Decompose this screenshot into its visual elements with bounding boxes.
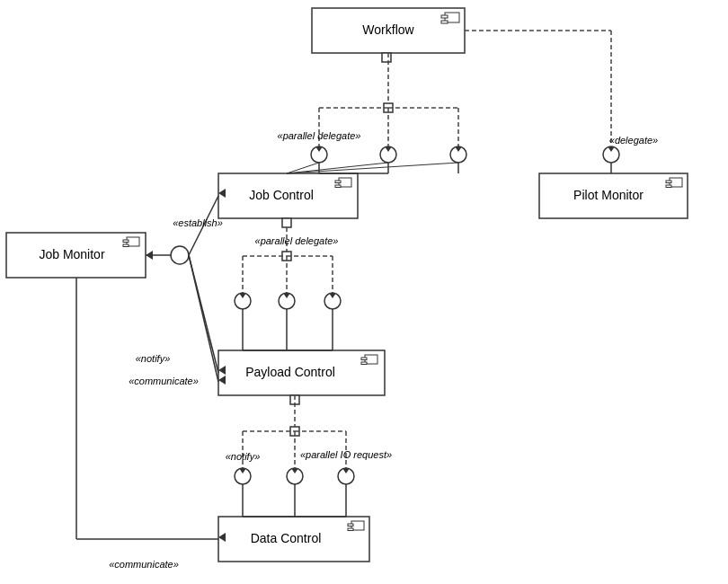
data-control-icon [348,528,353,531]
pilot-monitor-icon [666,181,671,183]
workflow-icon [441,21,448,23]
pilot-monitor-label: Pilot Monitor [573,188,644,202]
workflow-fork-node [382,53,391,62]
parallel-io-label: «parallel IO request» [300,449,392,460]
parallel-delegate-1-label: «parallel delegate» [278,130,361,141]
delegate-label: «delegate» [609,135,658,146]
uml-diagram: Workflow Job Control Pilot Monitor Job M… [0,0,728,584]
parallel-delegate-2-label: «parallel delegate» [255,235,339,246]
job-control-icon [335,185,341,188]
circle-to-pc-communicate [189,255,218,382]
payload-control-icon [361,358,367,360]
job-control-label: Job Control [249,188,314,202]
establish-label: «establish» [173,217,223,228]
data-control-label: Data Control [251,531,322,545]
workflow-label: Workflow [362,22,414,37]
notify-label: «notify» [136,353,171,364]
pilot-monitor-icon [666,185,671,188]
circle-establish [171,246,189,264]
diagram-container: Workflow Job Control Pilot Monitor Job M… [0,0,728,584]
payload-control-label: Payload Control [245,365,335,379]
payload-control-icon [361,362,367,365]
notify-2-label: «notify» [226,451,261,462]
fork-square-2 [282,218,291,227]
data-control-icon [348,524,353,526]
job-monitor-icon [123,240,129,243]
job-monitor-label: Job Monitor [39,247,104,261]
communicate-1-label: «communicate» [129,376,199,386]
communicate-2-label: «communicate» [109,559,179,570]
workflow-icon [441,15,448,18]
job-control-icon [335,181,341,183]
job-monitor-icon [123,244,129,247]
